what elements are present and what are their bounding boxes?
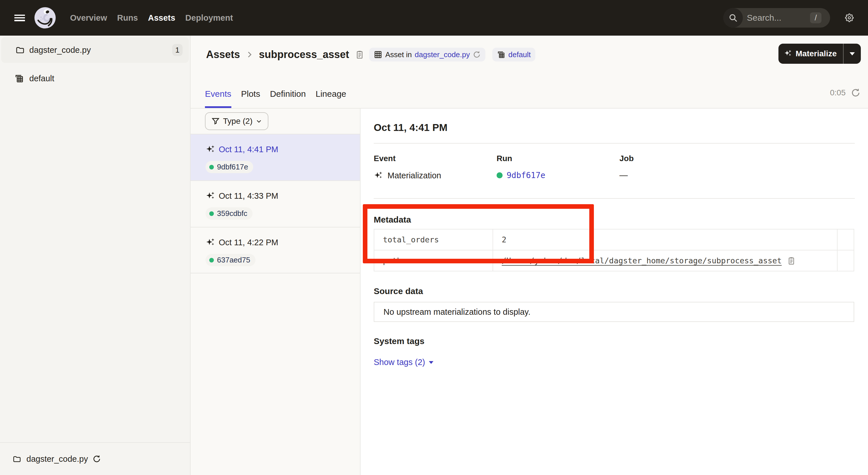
search-placeholder: Search... bbox=[747, 13, 781, 23]
dagster-logo-icon[interactable] bbox=[34, 7, 56, 28]
event-row-2[interactable]: Oct 11, 4:33 PM 359cdbfc bbox=[191, 180, 360, 227]
run-tag[interactable]: 9dbf617e bbox=[206, 161, 253, 173]
run-tag[interactable]: 359cdbfc bbox=[206, 207, 253, 220]
settings-gear-icon[interactable] bbox=[845, 13, 854, 22]
asset-page-header: Assets subprocess_asset bbox=[191, 36, 868, 109]
table-row: path /Users/yuhan/dev/local/dagster_home… bbox=[374, 250, 854, 271]
materialization-sparkle-icon bbox=[374, 171, 383, 180]
top-nav-links: Overview Runs Assets Deployment bbox=[70, 13, 233, 23]
search-input[interactable]: Search... / bbox=[723, 8, 830, 28]
nav-item-overview[interactable]: Overview bbox=[70, 13, 107, 23]
events-filter-bar: Type (2) bbox=[191, 109, 360, 134]
materialize-button[interactable]: Materialize bbox=[778, 43, 843, 64]
filter-funnel-icon bbox=[211, 117, 220, 125]
path-link[interactable]: /Users/yuhan/dev/local/dagster_home/stor… bbox=[502, 256, 782, 265]
sidebar-code-location-status[interactable]: dagster_code.py bbox=[0, 442, 190, 475]
event-row-3[interactable]: Oct 11, 4:22 PM 637aed75 bbox=[191, 227, 360, 273]
materialize-dropdown-button[interactable] bbox=[844, 43, 861, 64]
event-column-label: Event bbox=[374, 154, 497, 163]
asset-tabs: Events Plots Definition Lineage bbox=[205, 89, 868, 108]
code-location-link[interactable]: dagster_code.py bbox=[415, 50, 470, 59]
sidebar-item-group-default[interactable]: default bbox=[0, 69, 190, 88]
event-details-panel: Oct 11, 4:41 PM Event bbox=[361, 109, 868, 475]
copy-path-icon[interactable] bbox=[787, 256, 796, 265]
show-tags-toggle[interactable]: Show tags (2) bbox=[374, 358, 434, 367]
materialization-sparkle-icon bbox=[206, 191, 216, 201]
reload-definition-icon[interactable] bbox=[473, 51, 481, 59]
type-filter-button[interactable]: Type (2) bbox=[205, 112, 268, 130]
search-shortcut-badge: / bbox=[810, 12, 822, 23]
event-detail-title: Oct 11, 4:41 PM bbox=[374, 118, 855, 133]
source-data-heading: Source data bbox=[374, 286, 855, 296]
reload-code-location-icon[interactable] bbox=[92, 455, 101, 463]
tab-plots[interactable]: Plots bbox=[241, 89, 260, 108]
run-success-dot bbox=[209, 211, 214, 216]
group-link[interactable]: default bbox=[508, 50, 531, 59]
app-body: dagster_code.py 1 default bbox=[0, 36, 868, 475]
metadata-heading: Metadata bbox=[374, 215, 855, 225]
job-column-label: Job bbox=[619, 154, 742, 163]
nav-item-assets[interactable]: Assets bbox=[148, 13, 175, 23]
page-title: subprocess_asset bbox=[259, 49, 349, 61]
event-summary-columns: Event Materialization bbox=[374, 154, 855, 180]
asset-count-badge: 1 bbox=[172, 44, 183, 56]
event-timestamp: Oct 11, 4:22 PM bbox=[219, 238, 278, 247]
run-id-link[interactable]: 9dbf617e bbox=[507, 171, 546, 180]
tab-events[interactable]: Events bbox=[205, 89, 231, 108]
menu-icon[interactable] bbox=[14, 14, 25, 21]
event-timestamp: Oct 11, 4:41 PM bbox=[219, 145, 278, 154]
main-area: Assets subprocess_asset bbox=[191, 36, 868, 475]
tab-definition[interactable]: Definition bbox=[270, 89, 306, 108]
nav-item-deployment[interactable]: Deployment bbox=[185, 13, 233, 23]
materialize-split-button: Materialize bbox=[778, 43, 861, 64]
folder-icon bbox=[16, 46, 25, 55]
system-tags-heading: System tags bbox=[374, 336, 855, 346]
run-column-label: Run bbox=[497, 154, 619, 163]
run-tag[interactable]: 637aed75 bbox=[206, 254, 255, 266]
asset-group-icon bbox=[497, 50, 505, 59]
breadcrumb-assets-link[interactable]: Assets bbox=[206, 49, 240, 61]
run-id: 359cdbfc bbox=[217, 209, 247, 218]
asset-group-tag: default bbox=[492, 48, 535, 61]
metadata-actions-cell bbox=[837, 229, 854, 250]
chevron-down-icon bbox=[256, 118, 262, 124]
run-success-dot bbox=[497, 172, 503, 178]
sidebar-group-label: default bbox=[29, 74, 54, 83]
event-row-1[interactable]: Oct 11, 4:41 PM 9dbf617e bbox=[191, 134, 360, 180]
caret-down-icon bbox=[429, 361, 434, 364]
metadata-actions-cell bbox=[837, 250, 854, 271]
event-type-value: Materialization bbox=[388, 171, 441, 180]
divider bbox=[374, 143, 855, 144]
asset-sidebar: dagster_code.py 1 default bbox=[0, 36, 191, 475]
tab-lineage[interactable]: Lineage bbox=[316, 89, 346, 108]
type-filter-label: Type (2) bbox=[223, 117, 253, 126]
breadcrumb: Assets subprocess_asset bbox=[191, 36, 868, 61]
source-data-empty-box: No upstream materializations to display. bbox=[374, 302, 854, 322]
table-row: total_orders 2 bbox=[374, 229, 854, 250]
refresh-icon[interactable] bbox=[851, 88, 861, 98]
top-nav: Overview Runs Assets Deployment Search..… bbox=[0, 0, 868, 36]
run-success-dot bbox=[209, 165, 214, 170]
top-nav-right: Search... / bbox=[723, 8, 868, 28]
copy-asset-name-icon[interactable] bbox=[355, 50, 365, 59]
folder-icon bbox=[12, 455, 21, 463]
metadata-table: total_orders 2 path /Users/yuhan/dev/loc… bbox=[374, 229, 854, 271]
source-data-empty-text: No upstream materializations to display. bbox=[383, 307, 530, 317]
events-list-panel: Type (2) bbox=[191, 109, 361, 475]
run-id: 637aed75 bbox=[217, 256, 250, 265]
divider bbox=[374, 198, 855, 199]
nav-item-runs[interactable]: Runs bbox=[117, 13, 138, 23]
run-success-dot bbox=[209, 258, 214, 263]
sidebar-item-code-location[interactable]: dagster_code.py 1 bbox=[1, 37, 189, 63]
auto-refresh-status: 0:05 bbox=[830, 88, 861, 98]
metadata-value: 2 bbox=[493, 229, 837, 250]
asset-tag-prefix: Asset in bbox=[385, 50, 412, 59]
table-grid-icon bbox=[374, 50, 382, 59]
materialize-label: Materialize bbox=[796, 49, 837, 58]
refresh-countdown: 0:05 bbox=[830, 88, 846, 97]
sparkle-icon bbox=[784, 49, 793, 58]
metadata-key: path bbox=[374, 250, 493, 271]
chevron-right-icon bbox=[245, 50, 254, 59]
materialization-sparkle-icon bbox=[206, 144, 216, 154]
asset-definition-tag: Asset in dagster_code.py bbox=[369, 48, 485, 61]
